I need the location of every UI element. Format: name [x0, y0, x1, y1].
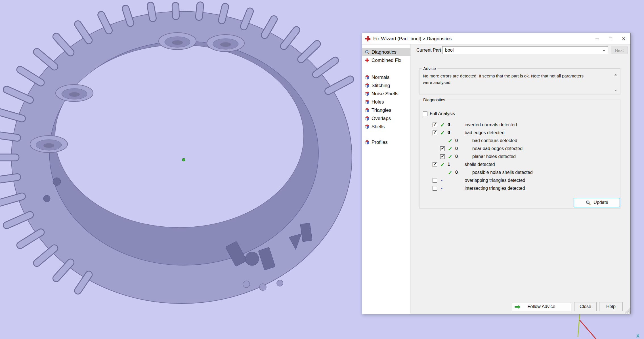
status-icon: ✓ [448, 154, 455, 159]
diagnostic-row: ✓ 0 bad contours detected [433, 137, 617, 145]
sidebar-item-profiles[interactable]: Profiles [362, 138, 410, 146]
status-icon: ✓ [440, 162, 448, 167]
window-close-button[interactable]: ✕ [617, 33, 630, 44]
holes-cube-icon [365, 100, 370, 104]
origin-marker [182, 158, 185, 161]
sidebar-item-shells[interactable]: Shells [362, 123, 410, 131]
current-part-value: bool [445, 48, 454, 53]
row-checkbox[interactable] [433, 178, 437, 183]
row-label: shells detected [465, 162, 495, 167]
row-checkbox[interactable] [433, 130, 437, 135]
update-button[interactable]: Update [574, 198, 620, 207]
sidebar-item-holes[interactable]: Holes [362, 98, 410, 106]
triangles-cube-icon [365, 108, 370, 113]
row-label: bad contours detected [472, 138, 517, 143]
row-label: overlapping triangles detected [465, 178, 525, 183]
advice-scrollbar[interactable] [614, 73, 618, 92]
status-icon: ✓ [448, 146, 455, 151]
noise-shells-cube-icon [365, 91, 370, 96]
combined-fix-icon [365, 58, 370, 63]
row-count: 0 [455, 170, 465, 175]
diagnostic-row: ✓ 0 bad edges detected [433, 129, 617, 137]
diagnostic-row: ✓ 0 inverted normals detected [433, 121, 617, 129]
sidebar-item-combined-fix[interactable]: Combined Fix [362, 56, 410, 64]
current-part-label: Current Part [416, 48, 441, 53]
scroll-up-icon[interactable] [614, 74, 617, 75]
current-part-select[interactable]: bool [442, 46, 608, 54]
minimize-icon [595, 39, 599, 39]
diagnostic-row: ✓ 1 shells detected [433, 161, 617, 169]
sidebar: Diagnostics Combined Fix Normals Stitchi… [362, 45, 411, 314]
row-count: 0 [455, 146, 465, 151]
sidebar-item-stitching[interactable]: Stitching [362, 81, 410, 90]
shells-cube-icon [365, 124, 370, 129]
sidebar-item-triangles[interactable]: Triangles [362, 106, 410, 114]
diagnostic-row: ✓ 0 possible noise shells detected [433, 169, 617, 176]
row-checkbox[interactable] [433, 162, 437, 167]
fix-wizard-icon [365, 36, 371, 42]
green-arrow-icon [515, 305, 521, 310]
row-count: 1 [448, 162, 457, 167]
status-icon: ✓ [448, 138, 455, 144]
status-icon: • [440, 178, 448, 182]
close-icon: ✕ [622, 36, 626, 41]
full-analysis-label: Full Analysis [430, 111, 455, 116]
normals-cube-icon [365, 75, 370, 80]
row-checkbox[interactable] [440, 154, 445, 159]
maximize-button[interactable] [604, 33, 617, 44]
diagnostic-row: • intersecting triangles detected [433, 184, 617, 192]
advice-group: Advice No more errors are detected. It s… [419, 66, 620, 94]
row-label: bad edges detected [465, 130, 505, 135]
row-label: inverted normals detected [465, 122, 517, 127]
row-checkbox[interactable] [440, 146, 445, 151]
maximize-icon [609, 37, 612, 40]
dialog-footer: Follow Advice Close Help [411, 302, 630, 311]
stitching-cube-icon [365, 83, 370, 88]
sidebar-item-diagnostics[interactable]: Diagnostics [362, 48, 410, 56]
diagnostic-rows: ✓ 0 inverted normals detected ✓ 0 bad ed… [433, 121, 617, 192]
checkbox-icon[interactable] [423, 111, 427, 116]
sidebar-item-overlaps[interactable]: Overlaps [362, 114, 410, 123]
dialog-content: Current Part bool Next Advice No more er… [411, 45, 630, 314]
screen: X Fix Wizard (Part: bool) > Diagnostics … [0, 0, 644, 339]
row-count: 0 [448, 122, 457, 127]
diagnostic-row: ✓ 0 planar holes detected [433, 153, 617, 161]
full-analysis-checkbox[interactable]: Full Analysis [423, 111, 455, 116]
next-button[interactable]: Next [611, 47, 628, 54]
advice-text: No more errors are detected. It seems th… [419, 71, 607, 86]
scroll-down-icon[interactable] [614, 90, 617, 91]
row-checkbox[interactable] [433, 186, 437, 191]
dialog-title: Fix Wizard (Part: bool) > Diagnostics [373, 36, 452, 42]
row-checkbox[interactable] [433, 123, 437, 127]
overlaps-cube-icon [365, 116, 370, 121]
status-icon: ✓ [448, 170, 455, 175]
diagnostics-group: Diagnostics Full Analysis ✓ 0 inverted n… [419, 97, 620, 209]
row-count: 0 [455, 154, 465, 159]
diagnostic-row: ✓ 0 near bad edges detected [433, 145, 617, 153]
close-button[interactable]: Close [574, 302, 597, 311]
follow-advice-button[interactable]: Follow Advice [512, 302, 571, 311]
row-count: 0 [455, 138, 465, 143]
minimize-button[interactable] [590, 33, 604, 44]
diagnostics-group-label: Diagnostics [422, 97, 447, 102]
row-label: possible noise shells detected [472, 170, 533, 175]
fix-wizard-dialog: Fix Wizard (Part: bool) > Diagnostics ✕ … [362, 33, 631, 314]
row-label: near bad edges detected [472, 146, 523, 151]
profiles-icon [365, 140, 370, 145]
magnifier-icon [586, 200, 591, 205]
status-icon: ✓ [440, 130, 448, 136]
axis-x-label: X [636, 334, 639, 338]
sidebar-item-normals[interactable]: Normals [362, 73, 410, 81]
status-icon: ✓ [440, 122, 448, 128]
update-button-label: Update [593, 200, 608, 205]
status-icon: • [440, 186, 448, 190]
diagnostic-row: • overlapping triangles detected [433, 176, 617, 184]
help-button[interactable]: Help [599, 302, 623, 311]
row-label: planar holes detected [472, 154, 516, 159]
sidebar-item-noise-shells[interactable]: Noise Shells [362, 90, 410, 98]
dialog-titlebar[interactable]: Fix Wizard (Part: bool) > Diagnostics ✕ [362, 33, 630, 45]
row-label: intersecting triangles detected [465, 186, 525, 191]
follow-advice-label: Follow Advice [528, 304, 555, 309]
advice-group-label: Advice [422, 66, 437, 71]
chevron-down-icon [603, 50, 605, 51]
